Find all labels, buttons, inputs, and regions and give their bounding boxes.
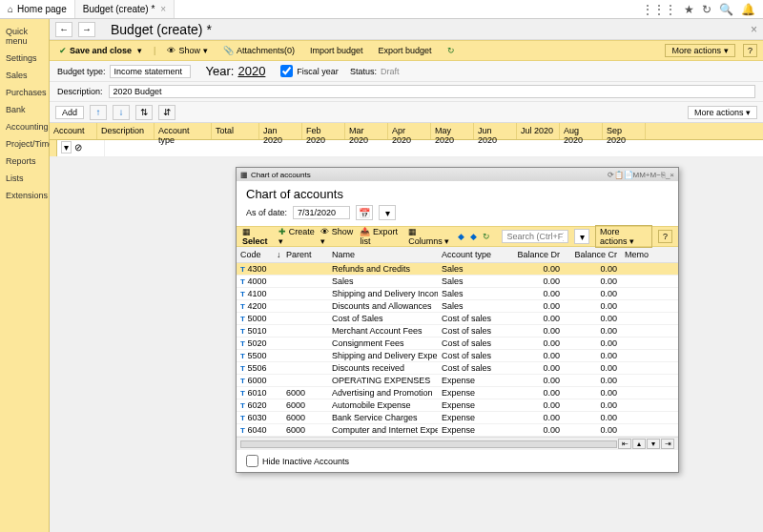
account-row[interactable]: T 4000SalesSales0.000.00 xyxy=(237,276,678,288)
sidebar-item[interactable]: Lists xyxy=(0,170,49,187)
grid-col[interactable]: Jun 2020 xyxy=(474,123,517,139)
window-button[interactable]: 📋 xyxy=(614,171,624,179)
grid-col[interactable]: Apr 2020 xyxy=(388,123,431,139)
year-selector[interactable]: 2020 xyxy=(237,64,265,78)
save-and-close-button[interactable]: ✔Save and close▾ xyxy=(55,45,146,56)
history-icon[interactable]: ↻ xyxy=(702,3,711,16)
create-button[interactable]: ✚ Create ▾ xyxy=(278,227,315,246)
grid-col[interactable]: Aug 2020 xyxy=(560,123,603,139)
sort-icon[interactable]: ↓ xyxy=(273,247,282,262)
accounts-grid-body[interactable]: T 4300Refunds and CreditsSales0.000.00T … xyxy=(237,263,678,437)
asof-dropdown[interactable]: ▾ xyxy=(379,205,396,220)
account-row[interactable]: T 5500Shipping and Delivery ExpenseCost … xyxy=(237,350,678,362)
search-dropdown[interactable]: ▾ xyxy=(574,229,589,244)
window-button[interactable]: M+ xyxy=(639,171,650,179)
account-row[interactable]: T 60106000Advertising and PromotionExpen… xyxy=(237,387,678,399)
budget-type-input[interactable] xyxy=(110,65,191,78)
grid-col[interactable]: Account type xyxy=(155,123,212,139)
col-name[interactable]: Name xyxy=(328,247,438,262)
sidebar-item[interactable]: Project/Time xyxy=(0,135,49,153)
show-button[interactable]: 👁 Show ▾ xyxy=(163,45,212,56)
nav-last-button[interactable]: ◆ xyxy=(470,232,477,241)
dialog-help-button[interactable]: ? xyxy=(658,230,672,243)
close-page-button[interactable]: × xyxy=(751,23,757,36)
sidebar-item[interactable]: Purchases xyxy=(0,84,49,101)
asof-date-input[interactable] xyxy=(293,206,350,219)
dialog-show-button[interactable]: 👁 Show ▾ xyxy=(320,227,354,246)
dialog-titlebar[interactable]: ▦ Chart of accounts ⟳📋📄MM+M−⎘_× xyxy=(237,168,678,181)
grid-col[interactable]: Feb 2020 xyxy=(302,123,345,139)
move-up-button[interactable]: ↑ xyxy=(90,105,107,120)
col-balance-dr[interactable]: Balance Dr xyxy=(506,247,564,262)
calendar-icon[interactable]: 📅 xyxy=(356,205,373,220)
col-parent[interactable]: Parent xyxy=(282,247,328,262)
grid-col[interactable]: Description xyxy=(97,123,155,139)
nav-first-button[interactable]: ◆ xyxy=(458,232,464,241)
horizontal-scrollbar[interactable] xyxy=(240,440,617,448)
account-row[interactable]: T 5010Merchant Account FeesCost of sales… xyxy=(237,325,678,338)
col-code[interactable]: Code xyxy=(237,247,273,262)
import-budget-button[interactable]: Import budget xyxy=(306,45,367,56)
account-row[interactable]: T 60306000Bank Service ChargesExpense0.0… xyxy=(237,412,678,424)
sidebar-item[interactable]: Bank xyxy=(0,101,49,118)
sidebar-item[interactable]: Extensions xyxy=(0,187,49,204)
account-row[interactable]: T 60206000Automobile ExpenseExpense0.000… xyxy=(237,399,678,412)
tab-budget[interactable]: Budget (create) * × xyxy=(75,0,175,18)
window-button[interactable]: 📄 xyxy=(624,171,633,179)
account-row[interactable]: T 5020Consignment FeesCost of sales0.000… xyxy=(237,338,678,350)
grid-col[interactable]: Account xyxy=(50,123,97,139)
search-input[interactable] xyxy=(502,230,568,243)
nav-next[interactable]: ▾ xyxy=(647,439,660,449)
sort-desc-button[interactable]: ⇵ xyxy=(158,105,175,120)
grid-col[interactable]: Jul 2020 xyxy=(517,123,560,139)
window-button[interactable]: M− xyxy=(650,171,661,179)
export-list-button[interactable]: 📤 Export list xyxy=(360,227,402,246)
nav-last[interactable]: ⇥ xyxy=(661,439,674,449)
window-button[interactable]: × xyxy=(670,171,674,179)
account-row[interactable]: T 4200Discounts and AllowancesSales0.000… xyxy=(237,300,678,313)
nav-prev[interactable]: ▴ xyxy=(632,439,646,449)
sidebar-item[interactable]: Reports xyxy=(0,153,49,170)
grid-col[interactable]: May 2020 xyxy=(431,123,474,139)
select-button[interactable]: ▦ Select xyxy=(242,227,273,246)
hide-inactive-checkbox[interactable] xyxy=(246,455,258,467)
forward-button[interactable]: → xyxy=(78,22,95,37)
help-button[interactable]: ? xyxy=(743,44,757,57)
col-type[interactable]: Account type xyxy=(438,247,506,262)
grid-col[interactable]: Total xyxy=(212,123,259,139)
tab-home[interactable]: ⌂ Home page xyxy=(0,0,75,18)
description-input[interactable] xyxy=(109,85,755,98)
clear-icon[interactable]: ⊘ xyxy=(74,142,82,153)
search-icon[interactable]: 🔍 xyxy=(719,3,733,16)
account-row[interactable]: T 4300Refunds and CreditsSales0.000.00 xyxy=(237,263,678,276)
sidebar-item[interactable]: Sales xyxy=(0,67,49,84)
close-icon[interactable]: × xyxy=(160,4,166,14)
grid-col[interactable]: Sep 2020 xyxy=(603,123,646,139)
export-budget-button[interactable]: Export budget xyxy=(374,45,435,56)
dialog-refresh-button[interactable]: ↻ xyxy=(483,232,490,241)
account-row[interactable]: T 6000OPERATING EXPENSESExpense0.000.00 xyxy=(237,375,678,387)
window-button[interactable]: ⟳ xyxy=(608,171,614,179)
apps-icon[interactable]: ⋮⋮⋮ xyxy=(642,3,676,16)
col-memo[interactable]: Memo xyxy=(621,247,678,262)
sidebar-item[interactable]: Quick menu xyxy=(0,23,49,50)
more-actions-button[interactable]: More actions ▾ xyxy=(665,44,735,57)
account-row[interactable]: T 4100Shipping and Delivery IncomeSales0… xyxy=(237,288,678,300)
col-balance-cr[interactable]: Balance Cr xyxy=(564,247,621,262)
add-row-button[interactable]: Add xyxy=(55,106,84,119)
fiscal-year-checkbox[interactable] xyxy=(280,65,293,77)
refresh-button[interactable]: ↻ xyxy=(443,45,459,56)
nav-first[interactable]: ⇤ xyxy=(618,439,631,449)
sidebar-item[interactable]: Settings xyxy=(0,50,49,67)
grid-more-actions-button[interactable]: More actions ▾ xyxy=(688,106,757,119)
move-down-button[interactable]: ↓ xyxy=(113,105,130,120)
account-row[interactable]: T 60406000Computer and Internet Expenses… xyxy=(237,424,678,437)
grid-col[interactable]: Mar 2020 xyxy=(345,123,388,139)
account-row[interactable]: T 5000Cost of SalesCost of sales0.000.00 xyxy=(237,313,678,325)
sort-asc-button[interactable]: ⇅ xyxy=(135,105,153,120)
bell-icon[interactable]: 🔔 xyxy=(741,3,755,16)
account-row[interactable]: T 5506Discounts receivedCost of sales0.0… xyxy=(237,362,678,375)
dialog-more-actions-button[interactable]: More actions ▾ xyxy=(595,225,652,248)
grid-col[interactable]: Jan 2020 xyxy=(259,123,302,139)
back-button[interactable]: ← xyxy=(55,22,72,37)
